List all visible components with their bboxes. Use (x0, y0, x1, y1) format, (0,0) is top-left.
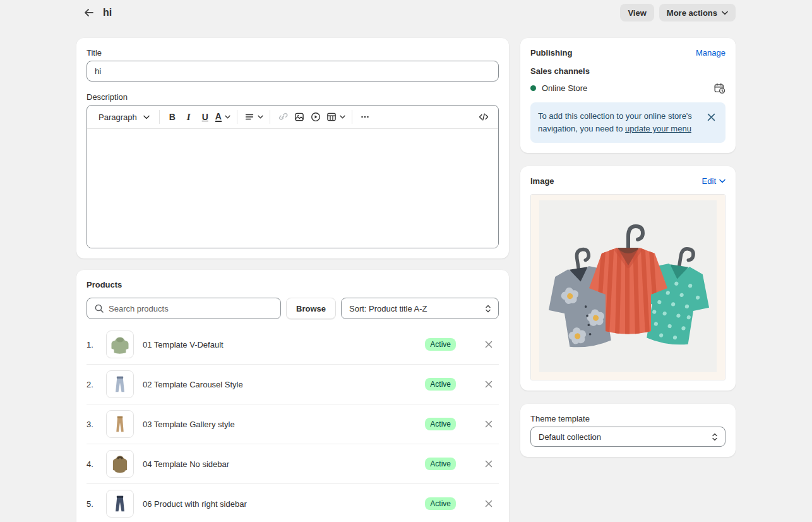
description-label: Description (87, 92, 499, 102)
sales-channels-label: Sales channels (530, 66, 725, 76)
publishing-heading: Publishing (530, 48, 572, 58)
table-row: 3. 03 Template Gallery style Active (87, 404, 499, 444)
arrow-left-icon (83, 7, 95, 18)
pants-tan-image (109, 413, 131, 435)
update-your-menu-link[interactable]: update your menu (625, 124, 691, 133)
toolbar-divider (159, 110, 160, 124)
remove-product-button[interactable] (480, 455, 498, 473)
chevron-down-icon (225, 115, 230, 119)
edit-image-dropdown[interactable]: Edit (702, 176, 725, 186)
insert-video-button[interactable] (307, 108, 324, 126)
select-caret-icon (484, 304, 493, 313)
code-icon (478, 111, 489, 123)
image-heading: Image (530, 176, 554, 186)
products-heading: Products (87, 280, 499, 289)
close-icon (707, 113, 715, 121)
remove-product-button[interactable] (480, 336, 498, 353)
status-badge: Active (425, 378, 456, 391)
alignment-button[interactable] (242, 108, 265, 126)
banner-dismiss-button[interactable] (704, 110, 718, 124)
back-button[interactable] (80, 4, 98, 21)
status-badge: Active (425, 418, 456, 430)
table-row: 4. 04 Template No sidebar Active (87, 444, 499, 484)
status-badge: Active (425, 497, 456, 510)
play-circle-icon (310, 111, 321, 123)
channel-row: Online Store (530, 82, 725, 94)
search-products-field (87, 298, 281, 319)
remove-product-button[interactable] (480, 495, 498, 513)
shirts-illustration (531, 195, 725, 380)
bold-button[interactable]: B (164, 108, 181, 126)
status-badge: Active (425, 338, 456, 351)
toolbar-divider (237, 110, 237, 124)
page-title: hi (103, 7, 112, 18)
title-input[interactable] (87, 61, 499, 82)
hoodie-sage-image (109, 333, 131, 356)
underline-button[interactable]: U (197, 108, 213, 126)
text-color-icon: A (215, 112, 222, 123)
rich-text-editor: Paragraph B I U A (87, 105, 499, 248)
remove-product-button[interactable] (480, 375, 498, 393)
insert-link-button[interactable] (275, 108, 291, 126)
close-icon (485, 380, 493, 388)
banner-message: To add this collection to your online st… (538, 110, 700, 135)
editor-toolbar: Paragraph B I U A (87, 106, 498, 129)
table-row: 1. 01 Template V-Default Active (87, 325, 499, 365)
product-thumbnail (106, 490, 134, 518)
insert-image-button[interactable] (291, 108, 307, 126)
table-row: 2. 02 Template Carousel Style Active (87, 365, 499, 404)
image-icon (294, 111, 305, 123)
top-bar: hi View More actions (0, 0, 812, 23)
hoodie-brown-image (109, 452, 131, 475)
channel-name: Online Store (542, 83, 587, 93)
sort-select[interactable]: Sort: Product title A-Z (341, 298, 499, 319)
product-thumbnail (106, 410, 134, 438)
more-formatting-button[interactable] (357, 108, 373, 126)
theme-template-label: Theme template (530, 414, 725, 423)
underline-icon: U (202, 112, 208, 122)
close-icon (485, 420, 493, 428)
schedule-calendar-icon[interactable] (713, 82, 725, 94)
toolbar-divider (352, 110, 352, 124)
bold-icon: B (169, 112, 176, 122)
theme-template-select[interactable]: Default collection (530, 427, 725, 447)
close-icon (485, 460, 493, 468)
collection-image[interactable] (530, 194, 725, 380)
title-card: Title Description Paragraph B I (76, 38, 509, 258)
jeans-light-image (109, 373, 131, 396)
product-thumbnail (106, 370, 134, 398)
chevron-down-icon (258, 115, 263, 119)
product-list: 1. 01 Template V-Default Active (87, 325, 499, 522)
jeans-dark-image (109, 492, 131, 515)
theme-template-card: Theme template Default collection (520, 404, 736, 457)
description-editor-area[interactable] (87, 129, 498, 248)
insert-table-button[interactable] (324, 108, 347, 126)
status-badge: Active (425, 458, 456, 470)
align-left-icon (244, 111, 255, 123)
image-card: Image Edit (520, 166, 736, 391)
italic-icon: I (187, 112, 191, 123)
chevron-down-icon (340, 115, 345, 119)
close-icon (485, 341, 493, 348)
chevron-down-icon (719, 179, 725, 183)
toolbar-divider (270, 110, 270, 124)
table-icon (326, 111, 337, 123)
paragraph-style-dropdown[interactable]: Paragraph (93, 108, 155, 126)
search-products-input[interactable] (109, 304, 273, 313)
main-content: Title Description Paragraph B I (76, 38, 736, 522)
manage-link[interactable]: Manage (696, 48, 725, 58)
title-label: Title (87, 48, 499, 58)
publishing-card: Publishing Manage Sales channels Online … (520, 38, 736, 153)
text-color-button[interactable]: A (213, 108, 232, 126)
link-icon (277, 111, 289, 123)
chevron-down-icon (722, 11, 728, 15)
search-icon (94, 303, 104, 313)
browse-button[interactable]: Browse (286, 298, 336, 319)
italic-button[interactable]: I (181, 108, 197, 126)
show-html-button[interactable] (475, 108, 492, 126)
view-button[interactable]: View (620, 4, 654, 21)
products-card: Products Browse Sort: Product title A-Z (76, 270, 509, 522)
more-actions-button[interactable]: More actions (659, 4, 736, 21)
remove-product-button[interactable] (480, 415, 498, 433)
info-banner: To add this collection to your online st… (530, 102, 725, 143)
